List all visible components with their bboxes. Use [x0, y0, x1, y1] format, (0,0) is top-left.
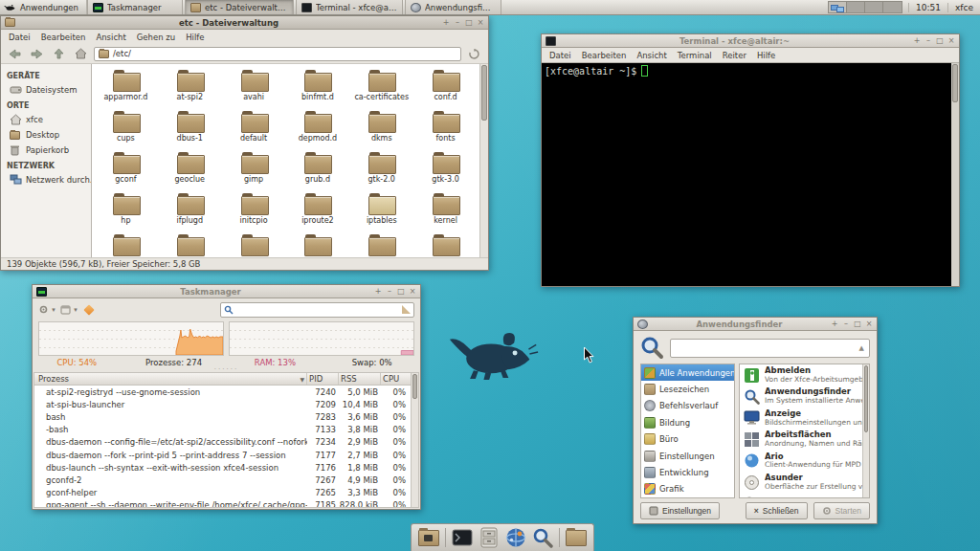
- folder-item[interactable]: gconf: [94, 151, 158, 192]
- sidebar-item-network[interactable]: Netzwerk durch...: [1, 172, 91, 187]
- process-row[interactable]: at-spi-bus-launcher720910,4 MiB0%: [34, 398, 411, 410]
- menu-bearbeiten[interactable]: Bearbeiten: [41, 33, 86, 42]
- app-item-arbeitsflaechen[interactable]: ArbeitsflächenAnordnung, Namen und Rände…: [740, 429, 869, 450]
- shade-button[interactable]: +: [442, 19, 450, 27]
- sidebar-item-desktop[interactable]: Desktop: [1, 127, 91, 143]
- sidebar-item-trash[interactable]: Papierkorb: [1, 143, 91, 158]
- menu-hilfe[interactable]: Hilfe: [186, 33, 204, 42]
- column-header-pid[interactable]: PID: [307, 373, 339, 385]
- dock-directory-launcher[interactable]: [417, 526, 440, 549]
- preferences-button[interactable]: Einstellungen: [640, 502, 720, 519]
- folder-item[interactable]: binfmt.d: [286, 69, 350, 110]
- minimize-button[interactable]: –: [924, 37, 932, 45]
- reload-icon[interactable]: [465, 46, 483, 62]
- close-button[interactable]: ×: [409, 288, 416, 296]
- menu-datei[interactable]: Datei: [9, 33, 31, 42]
- category-item-entwicklung[interactable]: Entwicklung: [641, 464, 734, 480]
- minimize-button[interactable]: –: [842, 320, 850, 328]
- dock-appfinder-launcher[interactable]: [531, 526, 554, 549]
- process-row[interactable]: bash72833,6 MiB0%: [34, 410, 411, 423]
- maximize-button[interactable]: □: [465, 19, 473, 27]
- folder-item[interactable]: [94, 233, 158, 257]
- app-search-input[interactable]: ▲: [670, 339, 870, 358]
- close-button[interactable]: ×: [865, 320, 873, 328]
- menu-gehen-zu[interactable]: Gehen zu: [137, 33, 175, 42]
- folder-item[interactable]: [222, 233, 286, 257]
- menu-datei[interactable]: Datei: [549, 51, 571, 60]
- app-item-avahi-ssh[interactable]: Avahi SSH Server Browser: [740, 493, 869, 498]
- scrollbar-thumb[interactable]: [481, 65, 487, 121]
- process-row[interactable]: at-spi2-registryd --use-gnome-session724…: [34, 386, 411, 398]
- folder-item[interactable]: apparmor.d: [94, 69, 158, 110]
- folder-item[interactable]: cups: [94, 110, 158, 151]
- process-row[interactable]: -bash71333,8 MiB0%: [34, 424, 411, 436]
- sidebar-item-home[interactable]: xfce: [1, 112, 91, 127]
- close-button[interactable]: ×: [947, 37, 955, 45]
- process-row[interactable]: gconfd-272674,9 MiB0%: [34, 474, 411, 486]
- shade-button[interactable]: +: [831, 320, 838, 328]
- home-button[interactable]: [72, 46, 90, 62]
- column-header-process[interactable]: Prozess▼: [34, 373, 307, 385]
- scrollbar-thumb[interactable]: [864, 365, 868, 432]
- menu-ansicht[interactable]: Ansicht: [636, 51, 666, 60]
- scrollbar[interactable]: [479, 64, 488, 257]
- workspace-1[interactable]: [829, 2, 847, 12]
- category-item-bildung[interactable]: Bildung: [641, 414, 734, 430]
- column-header-cpu[interactable]: CPU: [381, 373, 411, 385]
- app-finder-titlebar[interactable]: Anwendungsfinder + – □ ×: [634, 318, 877, 331]
- maximize-button[interactable]: □: [854, 320, 861, 328]
- task-manager-titlebar[interactable]: Taskmanager + – □ ×: [33, 285, 420, 298]
- folder-item[interactable]: at-spi2: [158, 69, 222, 110]
- folder-item[interactable]: initcpio: [222, 192, 286, 233]
- folder-item[interactable]: gtk-3.0: [413, 151, 478, 192]
- process-row[interactable]: dbus-daemon --fork --print-pid 5 --print…: [34, 449, 411, 461]
- workspace-4[interactable]: [883, 2, 902, 12]
- category-item-grafik[interactable]: Grafik: [641, 481, 734, 497]
- terminal-titlebar[interactable]: Terminal - xfce@altair:~ + – □ ×: [542, 34, 959, 48]
- folder-item[interactable]: [349, 233, 413, 257]
- column-header-rss[interactable]: RSS: [339, 373, 381, 385]
- clear-brush-icon[interactable]: [402, 305, 411, 314]
- filter-menu-button[interactable]: ▼: [38, 304, 56, 315]
- folder-item[interactable]: depmod.d: [286, 110, 350, 151]
- process-row[interactable]: gconf-helper72653,3 MiB0%: [34, 487, 411, 499]
- taskbar-item-terminal[interactable]: Terminal - xfce@altair:~: [296, 0, 403, 14]
- process-search-field[interactable]: [220, 302, 414, 318]
- minimize-button[interactable]: –: [386, 288, 393, 296]
- scrollbar[interactable]: [862, 364, 869, 497]
- folder-item[interactable]: avahi: [222, 69, 286, 110]
- folder-item[interactable]: [158, 233, 222, 257]
- back-button[interactable]: [6, 46, 24, 62]
- maximize-button[interactable]: □: [936, 37, 944, 45]
- folder-item[interactable]: hp: [94, 192, 158, 233]
- shade-button[interactable]: +: [913, 37, 921, 45]
- scrollbar[interactable]: [411, 373, 418, 507]
- dock-filemanager-launcher[interactable]: [478, 526, 501, 549]
- applications-menu-button[interactable]: Anwendungen: [0, 0, 87, 14]
- terminal-output[interactable]: [xfce@altair ~]$: [542, 63, 951, 286]
- minimize-button[interactable]: –: [454, 19, 461, 27]
- menu-ansicht[interactable]: Ansicht: [96, 33, 125, 42]
- shade-button[interactable]: +: [374, 288, 382, 296]
- folder-item[interactable]: gtk-2.0: [349, 151, 413, 192]
- workspace-3[interactable]: [865, 2, 883, 12]
- file-manager-titlebar[interactable]: etc - Dateiverwaltung + – □ ×: [1, 16, 488, 30]
- close-button[interactable]: ×: [477, 19, 484, 27]
- folder-item[interactable]: gimp: [222, 151, 286, 192]
- sidebar-item-filesystem[interactable]: Dateisystem: [1, 82, 91, 98]
- category-item-buero[interactable]: Büro: [641, 431, 734, 448]
- folder-item[interactable]: [413, 233, 478, 257]
- folder-item[interactable]: iptables: [349, 192, 413, 233]
- app-item-ario[interactable]: ArioClient-Anwendung für MPD: [740, 451, 869, 472]
- scrollbar[interactable]: [951, 63, 959, 286]
- menu-bearbeiten[interactable]: Bearbeiten: [582, 51, 627, 60]
- folder-item[interactable]: dbus-1: [158, 110, 222, 151]
- address-bar[interactable]: /etc/: [94, 47, 461, 61]
- folder-item[interactable]: dkms: [349, 110, 413, 151]
- folder-item[interactable]: kernel: [413, 192, 478, 233]
- app-item-abmelden[interactable]: AbmeldenVon der Xfce-Arbeitsumgebung ...: [740, 364, 869, 386]
- dock-terminal-launcher[interactable]: [451, 526, 474, 549]
- forward-button[interactable]: [28, 46, 46, 62]
- menu-hilfe[interactable]: Hilfe: [757, 51, 775, 60]
- scrollbar-thumb[interactable]: [412, 374, 417, 399]
